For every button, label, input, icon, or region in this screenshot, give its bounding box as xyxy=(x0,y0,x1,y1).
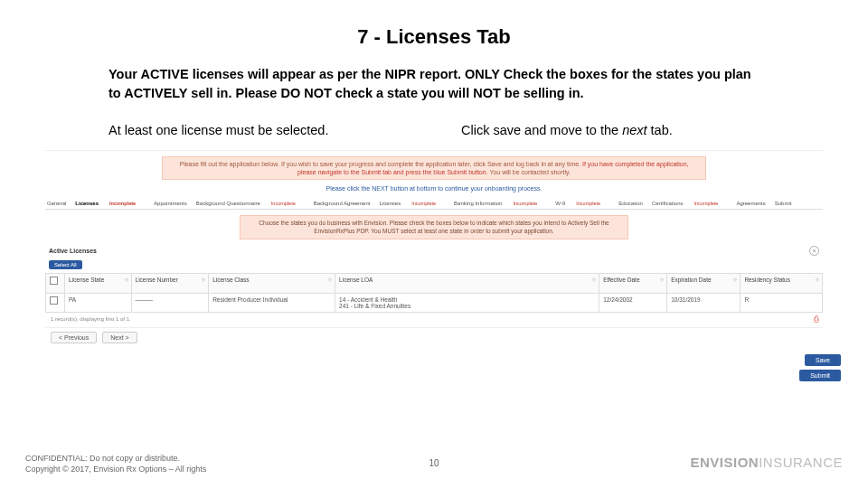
col-class[interactable]: License Class◇ xyxy=(209,274,335,294)
col-res[interactable]: Residency Status◇ xyxy=(741,274,823,294)
tab-appointments[interactable]: Appointments xyxy=(154,201,187,206)
tab-submit[interactable]: Submit xyxy=(775,201,792,206)
page-title: 7 - Licenses Tab xyxy=(27,25,841,49)
col-number[interactable]: License Number◇ xyxy=(131,274,209,294)
next-button[interactable]: Next > xyxy=(102,332,137,343)
hint-right: Click save and move to the next tab. xyxy=(407,123,760,137)
col-eff[interactable]: Effective Date◇ xyxy=(599,274,667,294)
col-check xyxy=(46,274,65,294)
app-screenshot: Please fill out the application below. I… xyxy=(45,150,823,347)
tab-education[interactable]: Education xyxy=(618,201,643,206)
row-checkbox[interactable] xyxy=(50,296,58,305)
record-count: 1 record(s), displaying first 1 of 1. xyxy=(45,313,137,325)
close-icon[interactable]: × xyxy=(809,246,819,256)
cell-state: PA xyxy=(65,294,132,313)
brand-light: INSURANCE xyxy=(759,455,843,470)
state-instruction-banner: Choose the states you do business with E… xyxy=(240,215,628,239)
tab-licenses2[interactable]: LicensesIncomplete xyxy=(379,201,445,206)
tab-licenses[interactable]: LicensesIncomplete xyxy=(75,201,145,206)
hint-left: At least one license must be selected. xyxy=(108,123,407,137)
tab-w9[interactable]: W-9Incomplete xyxy=(555,201,609,206)
header-checkbox[interactable] xyxy=(50,277,58,285)
tab-bga[interactable]: Background Agreement xyxy=(314,201,371,206)
pdf-icon[interactable]: ⎙ xyxy=(814,314,823,324)
cell-class: Resident Producer Individual xyxy=(209,294,335,313)
select-all-button[interactable]: Select All xyxy=(49,260,82,269)
footer: CONFIDENTIAL: Do not copy or distribute.… xyxy=(25,453,206,475)
hint-right-em: next xyxy=(622,123,646,137)
banner-post: You will be contacted shortly. xyxy=(489,169,571,175)
cell-exp: 10/31/2019 xyxy=(667,294,741,313)
col-loa[interactable]: License LOA◇ xyxy=(335,274,599,294)
cell-number: ——— xyxy=(131,294,209,313)
brand-bold: ENVISION xyxy=(690,455,759,470)
previous-button[interactable]: < Previous xyxy=(51,332,97,343)
active-licenses-label: Active Licenses xyxy=(49,248,97,254)
table-row: PA ——— Resident Producer Individual 14 -… xyxy=(46,294,823,313)
cell-eff: 12/24/2002 xyxy=(599,294,667,313)
top-banner: Please fill out the application below. I… xyxy=(162,156,706,180)
cell-res: R xyxy=(741,294,823,313)
footer-line1: CONFIDENTIAL: Do not copy or distribute. xyxy=(25,453,206,465)
save-button[interactable]: Save xyxy=(805,354,841,366)
tab-agreements[interactable]: Agreements xyxy=(736,201,765,206)
cell-loa: 14 - Accident & Health 241 - Life & Fixe… xyxy=(335,294,599,313)
hint-right-post: tab. xyxy=(647,123,673,137)
col-exp[interactable]: Expiration Date◇ xyxy=(667,274,741,294)
footer-line2: Copyright © 2017, Envision Rx Options – … xyxy=(25,464,206,475)
banner-pre: Please fill out the application below. I… xyxy=(179,161,582,167)
blue-instruction: Please click the NEXT button at bottom t… xyxy=(45,185,823,192)
submit-button[interactable]: Submit xyxy=(799,370,841,381)
tab-general[interactable]: General xyxy=(47,201,66,206)
brand-logo: ENVISIONINSURANCE xyxy=(690,455,843,470)
col-state[interactable]: License State◇ xyxy=(65,274,132,294)
page-number: 10 xyxy=(429,458,439,468)
hint-row: At least one license must be selected. C… xyxy=(27,123,841,137)
tab-banking[interactable]: Banking InformationIncomplete xyxy=(454,201,546,206)
instruction-paragraph: Your ACTIVE licenses will appear as per … xyxy=(27,65,841,103)
hint-right-pre: Click save and move to the xyxy=(461,123,622,137)
license-table: License State◇ License Number◇ License C… xyxy=(45,273,823,313)
tab-bgq[interactable]: Background QuestionnaireIncomplete xyxy=(196,201,305,206)
tab-certs[interactable]: CertificationsIncomplete xyxy=(652,201,728,206)
tabs-row: General LicensesIncomplete Appointments … xyxy=(45,197,823,210)
